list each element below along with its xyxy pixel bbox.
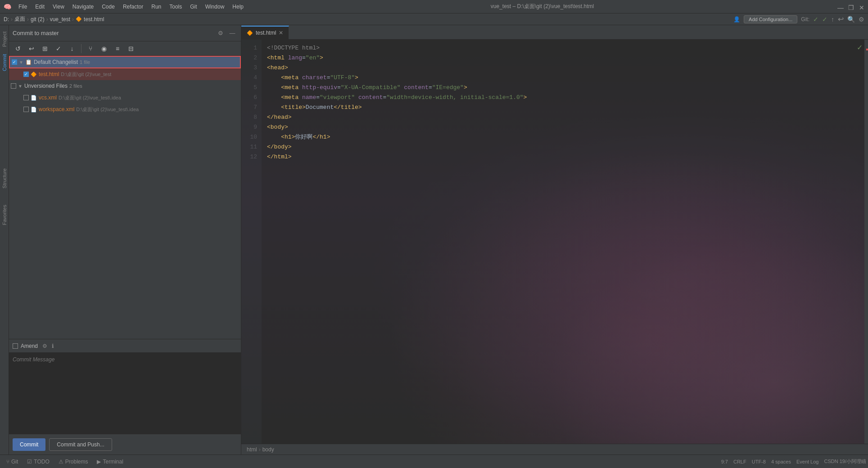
menu-view[interactable]: View [49, 3, 68, 11]
menu-code[interactable]: Code [98, 3, 118, 11]
file-icon: 🔶 [76, 16, 82, 22]
tab-file-icon: 🔶 [247, 30, 253, 36]
breadcrumb-git[interactable]: git (2) [31, 16, 45, 22]
bottom-tab-todo[interactable]: ☑ TODO [23, 456, 54, 468]
update-button[interactable]: ↓ [66, 42, 78, 55]
encoding[interactable]: UTF-8 [752, 459, 766, 464]
amend-row: Amend ⚙ ℹ [9, 339, 241, 353]
panel-settings-icon[interactable]: ⚙ [216, 28, 226, 38]
side-label-project[interactable]: Project [1, 28, 8, 50]
commit-panel: Commit to master ⚙ — ↺ ↩ ⊞ ✓ ↓ ⑂ ◉ ≡ ⊟ [9, 25, 241, 454]
search-icon[interactable]: 🔍 [847, 16, 855, 23]
panel-header: Commit to master ⚙ — [9, 25, 241, 41]
unversioned-file-workspace[interactable]: 📄 workspace.xml D:\桌面\git (2)\vue_test\.… [9, 104, 241, 115]
checkin-button[interactable]: ✓ [52, 42, 65, 55]
file-checkbox[interactable]: ✓ [23, 72, 29, 77]
code-line: <!DOCTYPE html> [267, 43, 859, 53]
editor-scrollbar[interactable] [864, 40, 868, 444]
bottom-tab-git[interactable]: ⑂ Git [2, 456, 23, 468]
menu-edit[interactable]: Edit [32, 3, 48, 11]
changelist-count: 1 file [80, 59, 90, 65]
vcs-checkbox[interactable] [23, 95, 29, 100]
indent-spaces[interactable]: 4 spaces [771, 459, 791, 464]
unversioned-arrow: ▼ [18, 84, 23, 89]
commit-message-input[interactable] [9, 353, 241, 434]
close-button[interactable]: ✕ [859, 4, 864, 9]
commit-button[interactable]: Commit [13, 438, 45, 451]
side-label-commit[interactable]: Commit [1, 50, 8, 75]
todo-tab-label: TODO [34, 459, 49, 465]
menu-tools[interactable]: Tools [166, 3, 185, 11]
editor-panel: 🔶 test.html ✕ 123456789101112 <!DOCTYPE … [241, 25, 868, 454]
editor-tab-testhtml[interactable]: 🔶 test.html ✕ [241, 26, 289, 39]
event-log[interactable]: Event Log [796, 459, 819, 464]
add-configuration-button[interactable]: Add Configuration... [744, 15, 797, 23]
vcs-button[interactable]: ⊞ [39, 42, 51, 55]
amend-settings-icon[interactable]: ⚙ [42, 343, 47, 349]
side-label-structure[interactable]: Structure [1, 165, 8, 192]
filter-button[interactable]: ⊟ [125, 42, 137, 55]
breadcrumb-body[interactable]: body [262, 446, 274, 453]
changelist-label: Default Changelist [34, 59, 78, 65]
git-label: Git: [801, 16, 809, 22]
undo-icon[interactable]: ↩ [838, 15, 844, 23]
changelist-header[interactable]: ✓ ▼ 📋 Default Changelist 1 file [9, 56, 241, 68]
menu-git[interactable]: Git [186, 3, 200, 11]
line-separator[interactable]: CRLF [733, 459, 746, 464]
breadcrumb-html[interactable]: html [247, 446, 257, 453]
terminal-tab-label: Terminal [103, 459, 123, 465]
toolbar-separator [81, 44, 81, 53]
tab-close-icon[interactable]: ✕ [279, 30, 283, 36]
breadcrumb-desktop[interactable]: 桌面 [14, 15, 25, 23]
menu-window[interactable]: Window [202, 3, 228, 11]
bottom-tab-terminal[interactable]: ▶ Terminal [92, 456, 127, 468]
workspace-checkbox[interactable] [23, 107, 29, 112]
bottom-tab-problems[interactable]: ⚠ Problems [54, 456, 93, 468]
eye-button[interactable]: ◉ [98, 42, 110, 55]
menu-file[interactable]: File [15, 3, 31, 11]
code-line: </html> [267, 152, 859, 162]
code-line: <body> [267, 122, 859, 132]
file-path-testhtml: D:\桌面\git (2)\vue_test [61, 71, 111, 78]
editor-tabs: 🔶 test.html ✕ [241, 25, 868, 40]
unversioned-count: 2 files [69, 83, 82, 89]
code-line: <head> [267, 63, 859, 73]
changelist-checkbox[interactable]: ✓ [12, 59, 17, 65]
amend-checkbox[interactable] [13, 343, 18, 349]
list-button[interactable]: ≡ [111, 42, 124, 55]
commit-toolbar: ↺ ↩ ⊞ ✓ ↓ ⑂ ◉ ≡ ⊟ [9, 41, 241, 56]
menu-refactor[interactable]: Refactor [119, 3, 147, 11]
maximize-button[interactable]: ❒ [848, 4, 854, 9]
menu-help[interactable]: Help [229, 3, 247, 11]
file-item-testhtml[interactable]: ✓ 🔶 test.html D:\桌面\git (2)\vue_test [9, 68, 241, 80]
unversioned-checkbox[interactable] [11, 83, 16, 89]
commit-and-push-button[interactable]: Commit and Push... [49, 438, 112, 451]
menu-run[interactable]: Run [148, 3, 165, 11]
unversioned-header[interactable]: ▼ Unversioned Files 2 files [9, 80, 241, 92]
workspace-file-path: D:\桌面\git (2)\vue_test\.idea [76, 106, 139, 113]
amend-info-icon[interactable]: ℹ [52, 343, 54, 349]
vcs-file-path: D:\桌面\git (2)\vue_test\.idea [59, 94, 121, 101]
menu-navigate[interactable]: Navigate [69, 3, 97, 11]
breadcrumb-file[interactable]: test.html [84, 16, 104, 22]
undo-button[interactable]: ↩ [25, 42, 38, 55]
editor-breadcrumb: html › body [241, 444, 868, 454]
code-line: <html lang="en"> [267, 53, 859, 63]
ok-checkmark: ✓ [857, 43, 863, 52]
settings-icon[interactable]: ⚙ [859, 16, 864, 23]
git-check-icon-2: ✓ [822, 16, 827, 23]
profile-icon[interactable]: 👤 [733, 16, 740, 22]
refresh-button[interactable]: ↺ [12, 42, 24, 55]
problems-tab-icon: ⚠ [59, 459, 63, 465]
side-label-favorites[interactable]: Favorites [1, 201, 8, 229]
unversioned-file-vcs[interactable]: 📄 vcs.xml D:\桌面\git (2)\vue_test\.idea [9, 92, 241, 104]
code-line: <meta charset="UTF-8"> [267, 73, 859, 83]
cursor-position[interactable]: 9:7 [721, 459, 728, 464]
panel-minimize-icon[interactable]: — [227, 28, 237, 38]
code-content[interactable]: <!DOCTYPE html><html lang="en"><head> <m… [262, 40, 864, 444]
breadcrumb-project[interactable]: vue_test [50, 16, 70, 22]
breadcrumb-d[interactable]: D: [4, 16, 9, 22]
minimize-button[interactable]: — [837, 4, 843, 9]
file-html-icon: 🔶 [31, 72, 37, 77]
branch-button[interactable]: ⑂ [84, 42, 97, 55]
